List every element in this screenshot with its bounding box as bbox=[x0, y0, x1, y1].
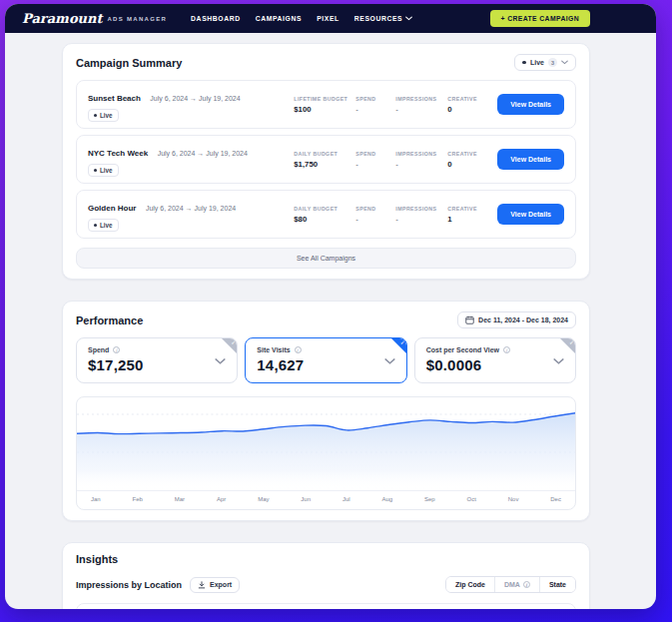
metric-selector-row: ✓ Spend $17,250 ✓ Site Visits bbox=[76, 337, 576, 383]
x-tick: Dec bbox=[550, 496, 561, 502]
impressions-metric: IMPRESSIONS - bbox=[395, 206, 447, 224]
impressions-value: - bbox=[395, 105, 447, 114]
performance-title: Performance bbox=[76, 314, 143, 326]
live-filter-dropdown[interactable]: Live 3 bbox=[514, 54, 576, 71]
site-visits-chart bbox=[77, 397, 575, 490]
metric-card-cost-per-second-view[interactable]: ✓ Cost per Second View $0.0006 bbox=[414, 337, 576, 383]
view-details-button[interactable]: View Details bbox=[497, 204, 564, 225]
chevron-down-icon bbox=[405, 16, 412, 21]
status-badge: Live bbox=[88, 164, 119, 177]
nav-resources[interactable]: RESOURCES bbox=[354, 15, 412, 22]
chevron-down-icon bbox=[215, 358, 226, 365]
main-nav: DASHBOARD CAMPAIGNS PIXEL RESOURCES bbox=[191, 15, 412, 22]
info-icon bbox=[295, 346, 302, 353]
nav-pixel[interactable]: PIXEL bbox=[317, 15, 339, 22]
creative-label: CREATIVE bbox=[447, 151, 491, 157]
metric-card-spend[interactable]: ✓ Spend $17,250 bbox=[76, 337, 238, 383]
creative-value: 1 bbox=[447, 215, 491, 224]
budget-metric: DAILY BUDGET $80 bbox=[294, 206, 355, 224]
paramount-logo: Paramount bbox=[22, 12, 102, 25]
x-tick: May bbox=[258, 496, 269, 502]
impressions-label: IMPRESSIONS bbox=[395, 206, 447, 212]
creative-label: CREATIVE bbox=[447, 96, 491, 102]
x-tick: Jul bbox=[342, 496, 350, 502]
budget-label: DAILY BUDGET bbox=[294, 151, 355, 157]
impressions-label: IMPRESSIONS bbox=[395, 96, 447, 102]
status-badge: Live bbox=[88, 109, 119, 122]
spend-label: SPEND bbox=[355, 151, 395, 157]
date-range-label: Dec 11, 2024 - Dec 18, 2024 bbox=[478, 316, 568, 323]
spend-value: - bbox=[355, 160, 395, 169]
budget-metric: DAILY BUDGET $1,750 bbox=[294, 151, 355, 169]
info-icon bbox=[113, 346, 120, 353]
live-count-badge: 3 bbox=[548, 58, 557, 67]
campaign-info: Golden Hour July 6, 2024 → July 19, 2024… bbox=[88, 197, 294, 232]
insights-card: Insights Impressions by Location Export … bbox=[62, 542, 590, 609]
top-navigation-bar: Paramount ADS MANAGER DASHBOARD CAMPAIGN… bbox=[5, 4, 656, 33]
metric-label: Cost per Second View bbox=[426, 346, 499, 353]
metric-value: $0.0006 bbox=[426, 356, 564, 373]
campaign-dates: July 6, 2024 → July 19, 2024 bbox=[150, 95, 240, 102]
campaign-dates: July 6, 2024 → July 19, 2024 bbox=[146, 205, 236, 212]
spend-value: - bbox=[355, 105, 395, 114]
impressions-by-location-title: Impressions by Location bbox=[76, 580, 182, 590]
view-details-button[interactable]: View Details bbox=[497, 149, 564, 170]
impressions-value: - bbox=[395, 215, 447, 224]
campaign-title-line: NYC Tech Week July 6, 2024 → July 19, 20… bbox=[88, 142, 294, 160]
tab-dma[interactable]: DMA bbox=[494, 577, 539, 592]
x-tick: Apr bbox=[217, 496, 226, 502]
view-details-button[interactable]: View Details bbox=[497, 94, 564, 115]
tab-state[interactable]: State bbox=[539, 577, 575, 592]
live-dot-icon bbox=[94, 169, 97, 172]
metric-card-site-visits[interactable]: ✓ Site Visits 14,627 bbox=[245, 337, 406, 383]
campaign-row: Golden Hour July 6, 2024 → July 19, 2024… bbox=[76, 190, 576, 239]
metric-label-row: Site Visits bbox=[257, 346, 394, 353]
export-button[interactable]: Export bbox=[190, 577, 240, 593]
campaign-row: NYC Tech Week July 6, 2024 → July 19, 20… bbox=[76, 135, 576, 184]
creative-metric: CREATIVE 1 bbox=[447, 206, 491, 224]
performance-header: Performance Dec 11, 2024 - Dec 18, 2024 bbox=[76, 311, 576, 328]
tab-zip-code[interactable]: Zip Code bbox=[446, 577, 494, 592]
metric-value: 14,627 bbox=[257, 356, 394, 373]
status-badge-label: Live bbox=[100, 167, 113, 174]
campaign-summary-title: Campaign Summary bbox=[76, 57, 182, 69]
create-campaign-button[interactable]: + CREATE CAMPAIGN bbox=[490, 10, 591, 27]
tab-dma-label: DMA bbox=[504, 581, 520, 588]
x-tick: Mar bbox=[175, 496, 185, 502]
status-badge: Live bbox=[88, 219, 119, 232]
campaign-title-line: Golden Hour July 6, 2024 → July 19, 2024 bbox=[88, 197, 294, 215]
chevron-down-icon bbox=[384, 358, 395, 365]
export-label: Export bbox=[210, 581, 232, 588]
location-granularity-tabs: Zip Code DMA State bbox=[445, 576, 576, 593]
metric-label: Spend bbox=[88, 346, 109, 353]
app-window: Paramount ADS MANAGER DASHBOARD CAMPAIGN… bbox=[5, 4, 656, 609]
metric-label-row: Cost per Second View bbox=[426, 346, 564, 353]
insights-subheader: Impressions by Location Export Zip Code … bbox=[76, 576, 576, 593]
creative-metric: CREATIVE 0 bbox=[447, 151, 491, 169]
spend-label: SPEND bbox=[355, 96, 395, 102]
live-filter-label: Live bbox=[530, 59, 544, 66]
main-content: Campaign Summary Live 3 Sunset Beach Jul… bbox=[5, 33, 656, 609]
performance-card: Performance Dec 11, 2024 - Dec 18, 2024 … bbox=[62, 301, 590, 521]
chevron-down-icon bbox=[553, 358, 564, 365]
see-all-campaigns-button[interactable]: See All Campaigns bbox=[76, 248, 576, 269]
campaign-info: Sunset Beach July 6, 2024 → July 19, 202… bbox=[88, 87, 294, 122]
budget-metric: LIFETIME BUDGET $100 bbox=[294, 96, 355, 114]
impressions-label: IMPRESSIONS bbox=[395, 151, 447, 157]
campaign-dates: July 6, 2024 → July 19, 2024 bbox=[158, 150, 248, 157]
campaign-row: Sunset Beach July 6, 2024 → July 19, 202… bbox=[76, 80, 576, 129]
chevron-down-icon bbox=[561, 60, 568, 65]
campaign-summary-header: Campaign Summary Live 3 bbox=[76, 54, 576, 71]
impressions-metric: IMPRESSIONS - bbox=[395, 96, 447, 114]
date-range-picker[interactable]: Dec 11, 2024 - Dec 18, 2024 bbox=[457, 311, 576, 328]
impressions-value: - bbox=[395, 160, 447, 169]
logo-wordmark-suffix: ADS MANAGER bbox=[107, 16, 167, 22]
campaign-summary-card: Campaign Summary Live 3 Sunset Beach Jul… bbox=[62, 43, 590, 280]
x-tick: Oct bbox=[467, 496, 476, 502]
budget-label: LIFETIME BUDGET bbox=[294, 96, 355, 102]
nav-campaigns[interactable]: CAMPAIGNS bbox=[256, 15, 302, 22]
spend-label: SPEND bbox=[355, 206, 395, 212]
metric-label: Site Visits bbox=[257, 346, 290, 353]
status-badge-label: Live bbox=[100, 222, 113, 229]
nav-dashboard[interactable]: DASHBOARD bbox=[191, 15, 241, 22]
